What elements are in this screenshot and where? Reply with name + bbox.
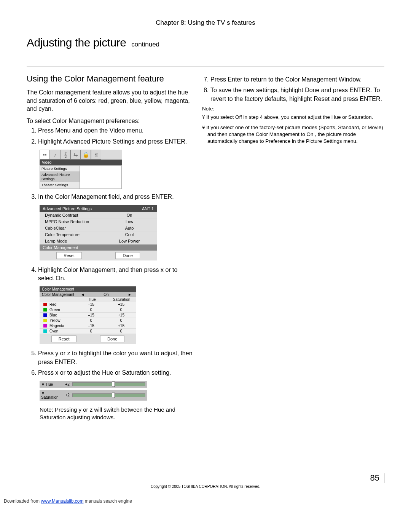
adv-title: Advanced Picture Settings xyxy=(43,206,92,211)
sat-value: +15 xyxy=(106,313,136,317)
tab-icon: 𝄞 xyxy=(60,150,70,160)
chapter-header: Chapter 8: Using the TV s features xyxy=(27,19,384,30)
sat-slider-label: ▼ Saturation xyxy=(41,391,62,399)
color-swatch xyxy=(43,308,47,312)
menu-item: Picture Settings xyxy=(40,166,80,172)
sat-value: 0 xyxy=(106,329,136,333)
step-note: Note: Pressing y or z will switch betwee… xyxy=(40,406,194,422)
color-swatch xyxy=(43,313,47,317)
cm-color-row: Cyan00 xyxy=(40,329,136,334)
cm-color-row: Blue–15+15 xyxy=(40,313,136,318)
manual-page: Chapter 8: Using the TV s features Adjus… xyxy=(0,0,411,496)
step-4: Highlight Color Management, and then pre… xyxy=(38,266,194,283)
color-name: Cyan xyxy=(49,329,76,333)
tab-icon: 🔒 xyxy=(81,150,91,160)
intro-paragraph: The Color management feature allows you … xyxy=(27,88,194,113)
note-item: If you select Off in step 4 above, you c… xyxy=(202,114,384,121)
color-swatch xyxy=(43,303,47,306)
page-number: 85 xyxy=(370,473,379,482)
menu-item: Theater Settings xyxy=(40,182,80,188)
tab-icon: ▪▪ xyxy=(40,150,50,160)
adv-picture-figure: Advanced Picture Settings ANT 1 Dynamic … xyxy=(40,205,157,260)
note-item: If you select one of the factory-set pic… xyxy=(202,124,384,145)
adv-row: CableClearAuto xyxy=(40,225,157,232)
hue-slider-track xyxy=(72,382,145,386)
left-column: Using the Color Management feature The C… xyxy=(27,74,198,478)
done-button: Done xyxy=(115,252,140,259)
right-column: Press Enter to return to the Color Manag… xyxy=(198,74,384,478)
color-name: Blue xyxy=(49,313,76,317)
note-label: Note: xyxy=(202,105,384,112)
cm-mode-value: On xyxy=(87,292,126,297)
color-swatch xyxy=(43,319,47,322)
color-name: Green xyxy=(49,308,76,312)
adv-row: Color TemperatureCool xyxy=(40,232,157,238)
tab-icon: ⎘ xyxy=(91,150,101,160)
adv-row: MPEG Noise ReductionLow xyxy=(40,219,157,225)
slider-figure: ▼ Hue +2 ▼ Saturation +2 xyxy=(40,381,147,401)
cm-mode-label: Color Managemant xyxy=(42,292,78,297)
reset-button: Reset xyxy=(51,335,77,342)
color-name: Yellow xyxy=(49,318,76,323)
step-8: To save the new settings, highlight Done… xyxy=(210,86,384,103)
sat-value: 0 xyxy=(106,318,136,323)
tab-icon: ♪ xyxy=(50,150,60,160)
sat-value: +15 xyxy=(106,324,136,328)
manualslib-link[interactable]: www.Manualslib.com xyxy=(41,498,83,504)
hue-value: 0 xyxy=(76,318,106,323)
video-menu-figure: ▪▪ ♪ 𝄞 ⇆ 🔒 ⎘ Video Picture Settings Adva… xyxy=(40,150,122,189)
sat-value: +15 xyxy=(106,302,136,307)
color-swatch xyxy=(43,329,47,333)
feature-heading: Using the Color Management feature xyxy=(27,74,194,84)
copyright-line: Copyright © 2005 TOSHIBA CORPORATION. Al… xyxy=(27,484,384,489)
video-menu-title: Video xyxy=(40,160,122,165)
cm-title: Color Management xyxy=(40,286,136,292)
right-arrow-icon: ► xyxy=(126,292,134,297)
adv-row: Dynamic ContrastOn xyxy=(40,212,157,219)
done-button: Done xyxy=(100,335,124,342)
reset-button: Reset xyxy=(56,252,82,259)
step-5: Press y or z to highlight the color you … xyxy=(38,349,194,366)
sat-slider-track xyxy=(72,393,145,397)
continued-label: continued xyxy=(131,41,159,48)
color-name: Magenta xyxy=(49,324,76,328)
color-mgmt-figure: Color Management Color Managemant ◄ On ►… xyxy=(40,286,136,344)
color-swatch xyxy=(43,324,47,328)
step-7: Press Enter to return to the Color Manag… xyxy=(210,75,384,84)
left-arrow-icon: ◄ xyxy=(78,292,87,297)
color-name: Red xyxy=(49,302,76,307)
hue-value: –15 xyxy=(76,324,106,328)
adv-cm-row: Color Management xyxy=(40,244,157,251)
hue-slider-label: ▼ Hue xyxy=(41,382,62,387)
hue-value: 0 xyxy=(76,308,106,312)
step-1: Press Menu and open the Video menu. xyxy=(38,126,194,135)
download-footer: Downloaded from www.Manualslib.com manua… xyxy=(0,496,411,506)
hue-slider-value: +2 xyxy=(62,382,72,387)
cm-color-row: Magenta–15+15 xyxy=(40,323,136,329)
adv-ant: ANT 1 xyxy=(142,206,154,211)
adv-row: Lamp ModeLow Power xyxy=(40,238,157,244)
tab-icon: ⇆ xyxy=(70,150,81,160)
section-title: Adjusting the picture xyxy=(27,36,126,49)
hue-value: 0 xyxy=(76,329,106,333)
cm-col-hue: Hue xyxy=(78,297,107,302)
step-3: In the Color Management field, and press… xyxy=(38,193,194,201)
cm-col-sat: Saturation xyxy=(107,297,136,302)
cm-color-row: Yellow00 xyxy=(40,318,136,323)
menu-item-highlighted: Advanced Picture Settings xyxy=(40,172,80,182)
hue-value: –15 xyxy=(76,302,106,307)
cm-color-row: Green00 xyxy=(40,307,136,313)
hue-value: –15 xyxy=(76,313,106,317)
to-select-heading: To select Color Management preferences: xyxy=(27,117,194,125)
sat-value: 0 xyxy=(106,308,136,312)
cm-color-row: Red–15+15 xyxy=(40,302,136,307)
step-2: Highlight Advanced Picture Settings and … xyxy=(38,137,194,146)
step-6: Press x or to adjust the Hue or Saturati… xyxy=(38,369,194,377)
sat-slider-value: +2 xyxy=(62,393,72,397)
